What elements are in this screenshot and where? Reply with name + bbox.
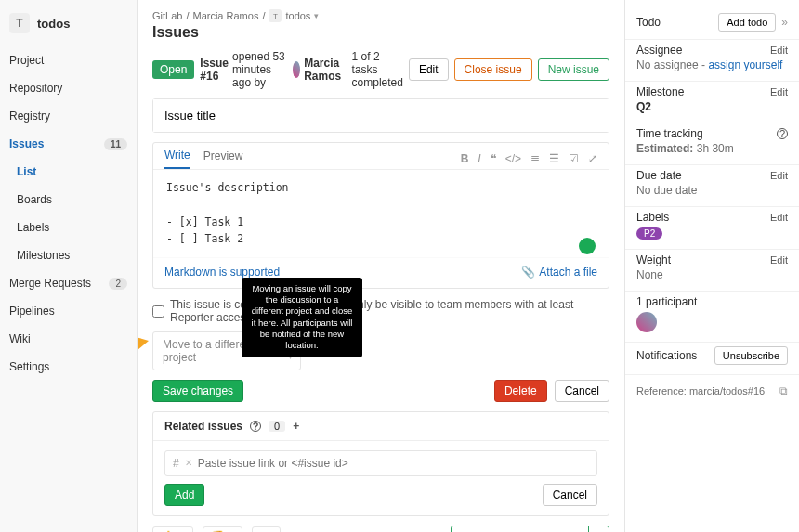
add-related-button[interactable]: Add — [164, 484, 204, 506]
annotation-arrow — [138, 337, 151, 356]
confidential-row[interactable]: This issue is confidential and should on… — [152, 298, 609, 324]
cancel-related-button[interactable]: Cancel — [543, 484, 597, 506]
attach-file-link[interactable]: 📎 Attach a file — [521, 266, 597, 279]
issues-count-badge: 11 — [104, 138, 127, 150]
move-tooltip: Moving an issue will copy the discussion… — [242, 278, 362, 357]
thumbs-down-button[interactable]: 👎 0 — [203, 526, 243, 532]
edit-labels[interactable]: Edit — [770, 212, 788, 223]
sidebar-item-issues-list[interactable]: List — [0, 158, 137, 186]
thumbs-up-button[interactable]: 👍 0 — [152, 526, 193, 532]
help-icon[interactable]: ? — [777, 128, 788, 139]
related-count: 0 — [269, 421, 285, 432]
description-editor[interactable]: Issue's description - [x] Task 1 - [ ] T… — [153, 170, 609, 257]
unsubscribe-button[interactable]: Unsubscribe — [714, 346, 788, 365]
right-sidebar: Todo Add todo » AssigneeEdit No assignee… — [624, 0, 799, 532]
close-issue-button[interactable]: Close issue — [454, 58, 532, 81]
issue-header: Open Issue #16 opened 53 minutes ago by … — [152, 50, 609, 89]
edit-weight[interactable]: Edit — [770, 254, 788, 266]
status-badge: Open — [152, 60, 194, 79]
issue-ref: Issue #16 — [200, 57, 229, 83]
mr-count-badge: 2 — [109, 278, 127, 290]
collapse-sidebar-icon[interactable]: » — [781, 16, 788, 29]
participant-avatar[interactable] — [636, 312, 657, 332]
copy-reference-icon[interactable]: ⧉ — [779, 384, 788, 397]
edit-due-date[interactable]: Edit — [770, 170, 788, 181]
edit-button[interactable]: Edit — [409, 58, 449, 81]
main-content: GitLab / Marcia Ramos / T todos ▾ Issues… — [138, 0, 624, 532]
markdown-help-link[interactable]: Markdown is supported — [164, 266, 280, 279]
related-issue-input-wrap[interactable]: # ✕ — [164, 450, 597, 476]
tab-preview[interactable]: Preview — [203, 149, 243, 168]
issue-title-input[interactable] — [153, 99, 609, 132]
related-issues-title: Related issues — [164, 420, 242, 433]
breadcrumb-group[interactable]: Marcia Ramos — [192, 10, 258, 21]
task-list-icon[interactable]: ☑ — [569, 152, 579, 165]
sidebar-item-merge-requests[interactable]: Merge Requests 2 — [0, 269, 137, 297]
clear-icon[interactable]: ✕ — [185, 458, 192, 468]
save-button[interactable]: Save changes — [152, 380, 243, 402]
due-date-value: No due date — [636, 184, 788, 197]
fullscreen-icon[interactable]: ⤢ — [588, 152, 597, 165]
add-related-icon[interactable]: + — [293, 420, 299, 433]
sidebar-item-pipelines[interactable]: Pipelines — [0, 297, 137, 325]
author-avatar[interactable] — [293, 61, 300, 78]
breadcrumb: GitLab / Marcia Ramos / T todos ▾ — [138, 0, 624, 22]
cancel-button[interactable]: Cancel — [555, 380, 609, 402]
sidebar-item-issues[interactable]: Issues 11 — [0, 130, 137, 158]
breadcrumb-project[interactable]: T todos ▾ — [269, 9, 319, 22]
add-reaction-button[interactable]: ☺ — [252, 526, 280, 532]
sidebar-item-issues-milestones[interactable]: Milestones — [0, 241, 137, 269]
merge-dropdown-button[interactable]: ▾ — [589, 526, 609, 532]
bullet-list-icon[interactable]: ≣ — [530, 152, 540, 165]
related-issue-input[interactable] — [198, 457, 589, 470]
breadcrumb-root[interactable]: GitLab — [152, 10, 182, 21]
delete-button[interactable]: Delete — [494, 380, 547, 402]
code-icon[interactable]: </> — [505, 152, 521, 165]
label-chip[interactable]: P2 — [636, 227, 662, 240]
sidebar-item-issues-boards[interactable]: Boards — [0, 186, 137, 214]
italic-icon[interactable]: I — [478, 152, 480, 165]
grammarly-icon — [579, 238, 596, 254]
hash-icon: # — [173, 457, 179, 470]
chevron-down-icon[interactable]: ▾ — [314, 11, 319, 20]
create-merge-request-button[interactable]: Create a merge request — [451, 526, 589, 532]
project-name: todos — [37, 17, 70, 31]
bold-icon[interactable]: B — [461, 152, 469, 165]
author-name[interactable]: Marcia Ramos — [304, 57, 341, 83]
confidential-checkbox[interactable] — [152, 305, 164, 318]
project-header[interactable]: T todos — [0, 6, 137, 46]
project-avatar: T — [9, 13, 30, 33]
reference-value: marcia/todos#16 — [689, 385, 765, 396]
number-list-icon[interactable]: ☰ — [549, 152, 559, 165]
paperclip-icon: 📎 — [521, 266, 535, 279]
sidebar-item-repository[interactable]: Repository — [0, 74, 137, 102]
sidebar-item-issues-labels[interactable]: Labels — [0, 214, 137, 241]
todo-label: Todo — [636, 16, 661, 29]
help-icon[interactable]: ? — [250, 421, 261, 432]
weight-value: None — [636, 268, 788, 281]
sidebar-item-wiki[interactable]: Wiki — [0, 325, 137, 353]
left-sidebar: T todos Project Repository Registry Issu… — [0, 0, 138, 532]
sidebar-item-settings[interactable]: Settings — [0, 353, 137, 381]
edit-assignee[interactable]: Edit — [770, 45, 788, 56]
tab-write[interactable]: Write — [164, 149, 190, 169]
sidebar-item-registry[interactable]: Registry — [0, 102, 137, 130]
milestone-value: Q2 — [636, 100, 788, 113]
new-issue-button[interactable]: New issue — [538, 58, 609, 81]
add-todo-button[interactable]: Add todo — [718, 13, 776, 32]
page-title: Issues — [138, 22, 624, 50]
edit-milestone[interactable]: Edit — [770, 86, 788, 97]
quote-icon[interactable]: ❝ — [491, 152, 496, 165]
sidebar-item-project[interactable]: Project — [0, 46, 137, 74]
assign-yourself-link[interactable]: assign yourself — [708, 58, 782, 71]
